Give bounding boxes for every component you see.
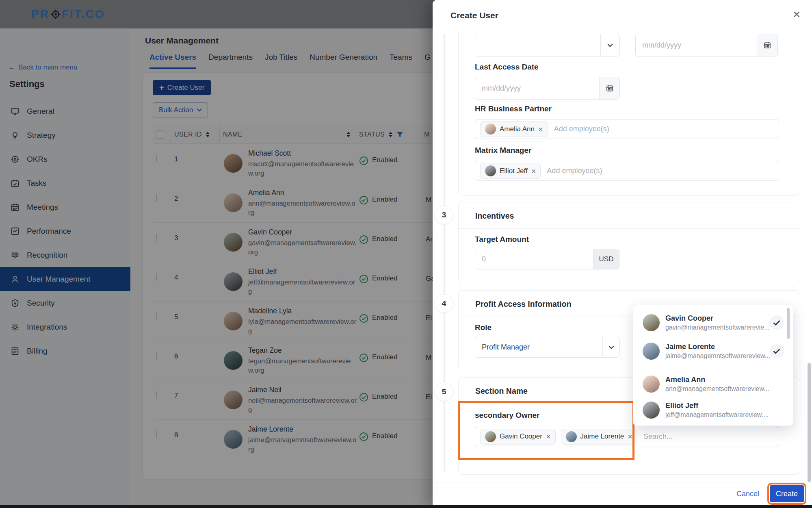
screen: PR FIT.CO ← Back to main menu Settings G… <box>0 0 812 508</box>
modal-title: Create User <box>450 11 498 20</box>
avatar <box>485 165 496 176</box>
cancel-button[interactable]: Cancel <box>736 490 759 498</box>
chevron-down-icon <box>607 43 613 47</box>
stepper-rail <box>444 34 445 471</box>
avatar <box>485 124 496 135</box>
avatar <box>485 431 496 442</box>
dropdown-item[interactable]: Amelia Ann ann@managementsoftwarereview.… <box>633 370 793 398</box>
create-user-modal: Create User ✕ Last Access Date HR Busine… <box>433 0 812 508</box>
chip-label: Gavin Cooper <box>500 432 542 441</box>
chip-label: Elliot Jeff <box>500 167 528 175</box>
employee-chip: Jaime Lorente × <box>561 429 637 445</box>
calendar-icon <box>763 41 771 49</box>
chip-remove-icon[interactable]: × <box>628 432 632 441</box>
last-access-date-input[interactable] <box>475 77 620 100</box>
chip-remove-icon[interactable]: × <box>538 125 543 133</box>
modal-footer: Cancel Create <box>433 482 812 505</box>
last-access-date-label: Last Access Date <box>475 63 539 72</box>
employee-dropdown: Gavin Cooper gavin@managementsoftwarerev… <box>633 305 793 426</box>
section-name-title: Section Name <box>475 386 528 396</box>
chip-remove-icon[interactable]: × <box>531 167 536 175</box>
select-chevron[interactable] <box>600 34 619 56</box>
card-divider <box>459 228 800 229</box>
employee-chip: Amelia Ann × <box>480 121 548 137</box>
dropdown-divider <box>633 366 793 366</box>
avatar <box>566 431 577 442</box>
step-5-badge: 5 <box>435 382 453 401</box>
role-label: Role <box>475 323 492 332</box>
employee-search-field[interactable] <box>643 432 775 441</box>
modal-header: Create User ✕ <box>433 0 812 32</box>
amount-field[interactable] <box>475 249 593 269</box>
matrix-manager-input[interactable]: Elliot Jeff × <box>475 161 779 181</box>
target-amount-label: Target Amount <box>475 235 529 244</box>
select-chevron[interactable] <box>602 337 619 357</box>
incentives-title: Incentives <box>475 211 514 221</box>
matrix-manager-label: Matrix Manager <box>475 146 531 155</box>
empty-select-value <box>475 34 600 56</box>
calendar-button[interactable] <box>757 34 777 56</box>
profit-access-title: Profit Access Information <box>475 300 572 309</box>
target-amount-input[interactable]: USD <box>475 249 619 269</box>
currency-suffix: USD <box>593 249 619 269</box>
hr-business-partner-label: HR Business Partner <box>475 104 552 113</box>
step-3-badge: 3 <box>435 206 453 224</box>
employee-chip: Gavin Cooper × <box>480 429 556 445</box>
start-date-input[interactable] <box>635 34 778 56</box>
dropdown-scrollbar[interactable] <box>787 308 790 339</box>
secondary-owner-label: secondary Owner <box>475 411 539 420</box>
date-field[interactable] <box>475 77 599 99</box>
avatar <box>643 376 660 393</box>
avatar <box>643 314 660 331</box>
avatar <box>643 402 660 419</box>
dropdown-item[interactable]: Elliot Jeff jeff@managementsoftwarerevie… <box>633 396 793 424</box>
date-field[interactable] <box>636 34 757 56</box>
chip-label: Jaime Lorente <box>580 432 624 441</box>
chevron-down-icon <box>608 345 614 349</box>
empty-select[interactable] <box>475 34 620 56</box>
role-select-value: Profit Manager <box>475 337 602 357</box>
calendar-icon <box>606 84 614 92</box>
secondary-owner-input[interactable]: Gavin Cooper × Jaime Lorente × <box>475 426 779 447</box>
selected-check-icon <box>769 344 784 358</box>
calendar-button[interactable] <box>599 77 619 99</box>
modal-scrollbar[interactable] <box>808 363 811 482</box>
add-employee-field[interactable] <box>553 124 775 134</box>
close-icon[interactable]: ✕ <box>793 10 801 20</box>
employee-chip: Elliot Jeff × <box>480 163 541 179</box>
selected-check-icon <box>769 315 784 330</box>
chip-remove-icon[interactable]: × <box>546 432 551 441</box>
add-employee-field[interactable] <box>546 166 775 176</box>
screen-bottom-edge <box>0 505 812 508</box>
chip-label: Amelia Ann <box>500 125 535 133</box>
avatar <box>643 343 660 360</box>
step-4-badge: 4 <box>435 294 453 313</box>
create-button[interactable]: Create <box>770 485 804 502</box>
dropdown-item[interactable]: Gavin Cooper gavin@managementsoftwarerev… <box>633 308 793 337</box>
hr-business-partner-input[interactable]: Amelia Ann × <box>475 119 779 139</box>
role-select[interactable]: Profit Manager <box>475 337 620 358</box>
dropdown-item[interactable]: Jaime Lorente jaime@managemntsoftwarerev… <box>633 337 793 365</box>
